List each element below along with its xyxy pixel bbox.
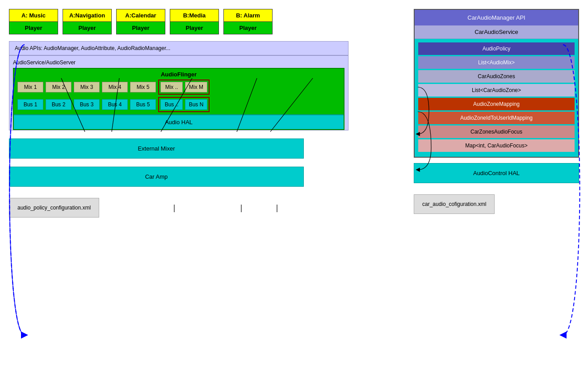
- external-mixer-layer: External Mixer: [9, 138, 304, 159]
- diagram-container: A: Music Player A:Navigation Player A:Ca…: [0, 0, 588, 373]
- bus-group-border: Bus .. Bus N: [158, 97, 210, 112]
- app-box-bottom-2: Player: [117, 22, 165, 34]
- left-section: A: Music Player A:Navigation Player A:Ca…: [9, 9, 349, 218]
- mix-2: Mix 2: [46, 82, 71, 92]
- bus-dotdot: Bus ..: [160, 99, 183, 110]
- mix-1: Mix 1: [17, 82, 43, 92]
- ca-layer-5: AudioZoneIdToUserIdMapping: [418, 112, 575, 124]
- bus-row: Bus 1 Bus 2 Bus 3 Bus 4 Bus 5 Bus .. Bus…: [17, 97, 340, 112]
- ca-layer-0: AudioPolicy: [418, 42, 575, 55]
- mix-m: Mix M: [185, 82, 207, 92]
- app-box-bottom-1: Player: [63, 22, 111, 34]
- app-box-3: B:Media Player: [170, 9, 219, 34]
- car-audio-inner: AudioPolicyList<AudioMix>CarAudioZonesLi…: [415, 39, 578, 157]
- mix-4: Mix 4: [102, 82, 128, 92]
- bus-3: Bus 3: [74, 99, 100, 110]
- app-box-2: A:Calendar Player: [116, 9, 165, 34]
- app-box-1: A:Navigation Player: [63, 9, 112, 34]
- car-audio-service-label: CarAudioService: [415, 25, 578, 39]
- app-box-0: A: Music Player: [9, 9, 58, 34]
- ca-layer-3: List<CarAudioZone>: [418, 84, 575, 96]
- ca-layers-container: AudioPolicyList<AudioMix>CarAudioZonesLi…: [418, 42, 575, 153]
- bus-row-container: Bus 1 Bus 2 Bus 3 Bus 4 Bus 5 Bus .. Bus…: [14, 97, 344, 114]
- bus-1: Bus 1: [17, 99, 43, 110]
- app-box-bottom-0: Player: [9, 22, 58, 34]
- bus-5: Bus 5: [130, 99, 156, 110]
- audiocontrol-hal: AudioControl HAL: [414, 163, 579, 183]
- car-audio-manager-api: CarAudioManager API: [415, 10, 578, 25]
- audio-apis-layer: Audio APIs: AudioManager, AudioAttribute…: [9, 41, 349, 55]
- app-box-top-4: B: Alarm: [224, 9, 272, 22]
- bus-n: Bus N: [185, 99, 207, 110]
- audiocontrol-hal-text: AudioControl HAL: [473, 170, 520, 176]
- app-box-4: B: Alarm Player: [223, 9, 273, 34]
- bus-4: Bus 4: [102, 99, 128, 110]
- mix-dotdot: Mix ..: [160, 82, 183, 92]
- ca-layer-2: CarAudioZones: [418, 70, 575, 83]
- xml-box-left: audio_policy_configuration.xml: [9, 198, 99, 218]
- car-amp-layer: Car Amp: [9, 167, 304, 187]
- mix-row: Mix 1 Mix 2 Mix 3 Mix 4 Mix 5 Mix .. Mix…: [17, 80, 340, 95]
- app-row: A: Music Player A:Navigation Player A:Ca…: [9, 9, 349, 34]
- mix-3: Mix 3: [74, 82, 100, 92]
- audio-hal-text: Audio HAL: [165, 119, 193, 126]
- app-box-top-1: A:Navigation: [63, 9, 111, 22]
- right-section: CarAudioManager API CarAudioService Audi…: [414, 9, 579, 214]
- app-box-bottom-3: Player: [170, 22, 218, 34]
- app-box-bottom-4: Player: [224, 22, 272, 34]
- ca-layer-1: List<AudioMix>: [418, 56, 575, 69]
- mix-group-border: Mix .. Mix M: [158, 80, 210, 95]
- external-mixer-text: External Mixer: [138, 145, 175, 152]
- audio-apis-text: Audio APIs: AudioManager, AudioAttribute…: [15, 45, 170, 51]
- audioservice-label: AudioService/AudioServer: [13, 59, 344, 66]
- audioservice-wrapper: AudioService/AudioServer AudioFlinger Mi…: [9, 55, 349, 130]
- xml-left-text: audio_policy_configuration.xml: [17, 205, 91, 211]
- ca-layer-6: CarZonesAudioFocus: [418, 126, 575, 138]
- app-box-top-3: B:Media: [170, 9, 218, 22]
- car-audio-service-text: CarAudioService: [475, 29, 518, 35]
- xml-box-right: car_audio_cofiguration.xml: [414, 194, 495, 214]
- audio-hal-layer: Audio HAL: [14, 114, 344, 129]
- car-amp-text: Car Amp: [145, 173, 168, 180]
- app-box-top-2: A:Calendar: [117, 9, 165, 22]
- mix-5: Mix 5: [130, 82, 156, 92]
- audioflinger-container: AudioFlinger Mix 1 Mix 2 Mix 3 Mix 4 Mix…: [14, 69, 344, 95]
- bus-2: Bus 2: [46, 99, 71, 110]
- app-box-top-0: A: Music: [9, 9, 58, 22]
- audioflinger-label: AudioFlinger: [17, 71, 340, 78]
- green-section: AudioFlinger Mix 1 Mix 2 Mix 3 Mix 4 Mix…: [13, 68, 344, 130]
- ca-layer-4: AudioZoneMapping: [418, 98, 575, 110]
- car-audio-outer: CarAudioManager API CarAudioService Audi…: [414, 9, 579, 158]
- car-audio-manager-api-text: CarAudioManager API: [467, 14, 525, 21]
- ca-layer-7: Map<int, CarAudioFocus>: [418, 139, 575, 152]
- xml-right-text: car_audio_cofiguration.xml: [422, 201, 486, 207]
